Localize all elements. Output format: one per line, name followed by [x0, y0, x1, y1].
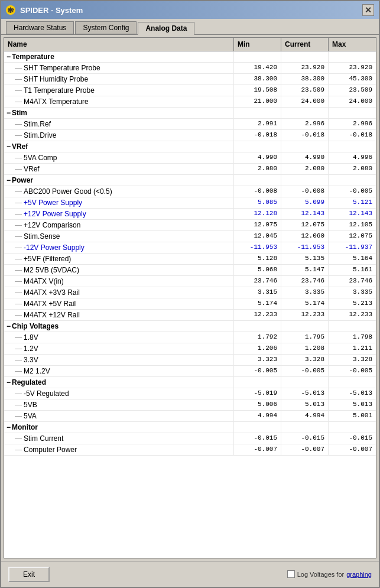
item-max: 2.996 — [329, 119, 376, 129]
group-name: −VRef — [4, 141, 234, 152]
title-bar: 🕷 SPIDER - System ✕ — [1, 1, 379, 19]
item-min: 1.792 — [234, 332, 281, 343]
log-checkbox-area: Log Voltages for graphing — [287, 570, 372, 578]
item-current: -0.007 — [281, 444, 329, 455]
table-row: —Stim.Sense 12.045 12.060 12.075 — [4, 231, 376, 242]
table-row: —+5VF (Filtered) 5.128 5.135 5.164 — [4, 254, 376, 265]
item-min: 5.068 — [234, 265, 281, 275]
group-current — [281, 377, 329, 388]
item-name: —Stim.Ref — [4, 119, 234, 129]
item-max: -0.007 — [329, 444, 376, 455]
item-current: 2.996 — [281, 119, 329, 129]
item-name: —5VB — [4, 399, 234, 410]
item-name: —-5V Regulated — [4, 388, 234, 399]
item-current: 1.795 — [281, 332, 329, 343]
item-current: 4.990 — [281, 152, 329, 163]
table-row: —Stim Current -0.015 -0.015 -0.015 — [4, 433, 376, 444]
item-name: —T1 Temperature Probe — [4, 85, 234, 96]
tab-hardware-status[interactable]: Hardware Status — [6, 21, 74, 34]
item-min: -0.005 — [234, 366, 281, 376]
item-current: 5.013 — [281, 399, 329, 410]
item-max: 1.211 — [329, 343, 376, 354]
item-min: 12.045 — [234, 231, 281, 242]
item-min: 19.508 — [234, 85, 281, 96]
log-label: Log Voltages for — [297, 571, 345, 578]
item-max: -11.937 — [329, 242, 376, 253]
item-current: 12.143 — [281, 209, 329, 219]
expand-icon: − — [7, 322, 11, 330]
table-row: —M4ATX +12V Rail 12.233 12.233 12.233 — [4, 310, 376, 321]
item-min: 12.233 — [234, 310, 281, 320]
group-max — [329, 422, 376, 433]
table-row: −Stim — [4, 108, 376, 119]
col-max: Max — [329, 38, 376, 51]
item-max: 1.798 — [329, 332, 376, 343]
item-current: -0.008 — [281, 186, 329, 197]
table-row: —SHT Humidity Probe 38.300 38.300 45.300 — [4, 74, 376, 85]
item-current: 38.300 — [281, 74, 329, 85]
item-min: -0.007 — [234, 444, 281, 455]
item-max: -5.013 — [329, 388, 376, 399]
group-current — [281, 422, 329, 433]
table-row: —+5V Power Supply 5.085 5.099 5.121 — [4, 197, 376, 209]
table-row: —M4ATX V(in) 23.746 23.746 23.746 — [4, 276, 376, 287]
item-name: —-12V Power Supply — [4, 242, 234, 253]
item-name: —+12V Comparison — [4, 220, 234, 230]
item-min: 2.080 — [234, 164, 281, 174]
table-row: —+12V Power Supply 12.128 12.143 12.143 — [4, 209, 376, 220]
group-current — [281, 108, 329, 118]
item-name: —5VA — [4, 411, 234, 421]
item-max: 24.000 — [329, 96, 376, 107]
item-name: —+5VF (Filtered) — [4, 254, 234, 264]
graphing-link[interactable]: graphing — [346, 571, 372, 578]
table-row: —M2 5VB (5VDAC) 5.068 5.147 5.161 — [4, 265, 376, 276]
item-max: 2.080 — [329, 164, 376, 174]
group-name: −Temperature — [4, 51, 234, 62]
item-current: 5.147 — [281, 265, 329, 275]
tab-bar: Hardware Status System Config Analog Dat… — [1, 19, 379, 35]
group-current — [281, 141, 329, 152]
expand-icon: − — [7, 378, 11, 386]
item-min: 5.085 — [234, 197, 281, 208]
app-icon: 🕷 — [6, 5, 15, 15]
table-row: —Stim.Ref 2.991 2.996 2.996 — [4, 119, 376, 130]
item-max: -0.015 — [329, 433, 376, 444]
exit-button[interactable]: Exit — [8, 567, 50, 582]
group-current — [281, 175, 329, 186]
item-name: —+12V Power Supply — [4, 209, 234, 219]
col-min: Min — [234, 38, 281, 51]
table-row: —SHT Temperature Probe 19.420 23.920 23.… — [4, 63, 376, 74]
item-max: -0.005 — [329, 186, 376, 197]
window-title: SPIDER - System — [20, 6, 362, 15]
tab-analog-data[interactable]: Analog Data — [138, 22, 194, 35]
group-max — [329, 321, 376, 332]
item-min: 4.994 — [234, 411, 281, 421]
table-row: −Chip Voltages — [4, 321, 376, 332]
group-min — [234, 422, 281, 433]
item-min: -0.018 — [234, 130, 281, 141]
main-content: Name Min Current Max −Temperature —SHT T… — [4, 37, 376, 558]
item-current: 5.174 — [281, 298, 329, 309]
item-name: —3.3V — [4, 355, 234, 365]
close-button[interactable]: ✕ — [362, 4, 374, 16]
expand-icon: − — [7, 142, 11, 151]
item-max: 12.233 — [329, 310, 376, 320]
item-max: -0.005 — [329, 366, 376, 376]
table-row: —1.8V 1.792 1.795 1.798 — [4, 332, 376, 343]
item-current: -0.018 — [281, 130, 329, 141]
item-current: 12.060 — [281, 231, 329, 242]
item-min: -0.008 — [234, 186, 281, 197]
item-current: 23.746 — [281, 276, 329, 287]
group-min — [234, 377, 281, 388]
item-max: 3.335 — [329, 287, 376, 298]
item-current: 5.099 — [281, 197, 329, 208]
item-name: —M4ATX V(in) — [4, 276, 234, 287]
item-max: 12.105 — [329, 220, 376, 230]
group-name: −Regulated — [4, 377, 234, 388]
item-name: —Stim.Drive — [4, 130, 234, 141]
table-row: —3.3V 3.323 3.328 3.328 — [4, 355, 376, 366]
item-min: 21.000 — [234, 96, 281, 107]
log-checkbox[interactable] — [287, 570, 295, 578]
tab-system-config[interactable]: System Config — [75, 21, 137, 34]
item-max: 5.001 — [329, 411, 376, 421]
